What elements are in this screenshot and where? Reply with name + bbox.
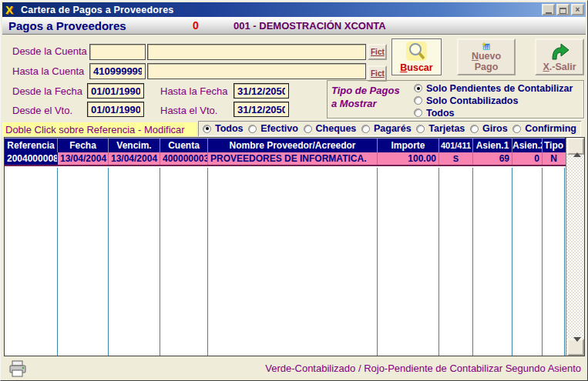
to-account-name-input[interactable] bbox=[147, 63, 366, 79]
empty-col bbox=[109, 168, 160, 356]
radio-tipo-confirming[interactable]: Confirming bbox=[512, 123, 576, 134]
table-empty-area bbox=[5, 168, 566, 356]
from-account-label: Desde la Cuenta bbox=[12, 45, 87, 57]
to-account-lookup-button[interactable]: Fict bbox=[368, 65, 387, 82]
new-payment-grid-icon bbox=[475, 42, 497, 51]
radio-icon bbox=[361, 125, 370, 133]
payment-type-panel: Todos Efectivo Cheques Pagarés Tarjetas … bbox=[198, 121, 581, 136]
radio-tipo-todos[interactable]: Todos bbox=[203, 123, 244, 134]
radio-label: Solo Pendientes de Contabilizar bbox=[426, 83, 573, 94]
scroll-up-button[interactable] bbox=[567, 138, 584, 155]
close-button[interactable]: × bbox=[571, 4, 584, 15]
empty-col bbox=[160, 168, 208, 356]
mnemonic: B bbox=[400, 62, 407, 73]
table-header-row: Referencia Fecha Vencim. Cuenta Nombre P… bbox=[5, 138, 584, 152]
radio-tipo-efectivo[interactable]: Efectivo bbox=[248, 123, 298, 134]
col-header-vencim: Vencim. bbox=[109, 138, 160, 152]
company-name: 001 - DEMOSTRACIÓN XCONTA bbox=[234, 20, 386, 32]
col-header-cuenta: Cuenta bbox=[160, 138, 208, 152]
from-account-lookup-button[interactable]: Fict bbox=[368, 44, 387, 60]
cell-referencia[interactable]: 2004000008 bbox=[5, 152, 58, 165]
empty-col bbox=[512, 168, 543, 356]
empty-col bbox=[378, 168, 439, 356]
table-row[interactable]: 2004000008 13/04/2004 13/04/2004 4000000… bbox=[5, 152, 584, 166]
radio-icon bbox=[248, 125, 257, 133]
scroll-down-button[interactable] bbox=[567, 339, 584, 356]
cell-vencim: 13/04/2004 bbox=[109, 152, 160, 165]
double-click-hint: Doble Click sobre Referencia - Modificar bbox=[2, 122, 197, 136]
radio-icon bbox=[304, 125, 312, 133]
search-button[interactable]: Buscar bbox=[391, 38, 442, 75]
new-payment-label: uevo Pago bbox=[475, 51, 501, 72]
payments-table: Referencia Fecha Vencim. Cuenta Nombre P… bbox=[4, 137, 585, 356]
arrow-up-icon bbox=[573, 141, 581, 157]
col-header-fecha: Fecha bbox=[58, 138, 109, 152]
search-label: uscar bbox=[407, 62, 432, 73]
col-header-referencia: Referencia bbox=[5, 138, 58, 152]
minimize-button[interactable] bbox=[542, 4, 555, 15]
printer-icon bbox=[8, 359, 27, 378]
from-account-name-input[interactable] bbox=[147, 44, 366, 60]
empty-col bbox=[58, 168, 109, 356]
empty-col bbox=[473, 168, 512, 356]
maximize-icon bbox=[559, 8, 566, 14]
to-date-input[interactable] bbox=[234, 83, 289, 99]
to-date-label: Hasta la Fecha bbox=[160, 85, 227, 97]
to-account-label: Hasta la Cuenta bbox=[12, 65, 84, 77]
radio-solo-pendientes[interactable]: Solo Pendientes de Contabilizar bbox=[414, 82, 573, 94]
radio-tipo-giros[interactable]: Giros bbox=[470, 123, 508, 134]
col-header-tipo: Tipo bbox=[543, 138, 565, 152]
radio-label: Todos bbox=[215, 123, 244, 134]
to-due-label: Hasta el Vto. bbox=[160, 105, 217, 116]
radio-tipo-cheques[interactable]: Cheques bbox=[304, 123, 357, 134]
col-header-asien1: Asien.1 bbox=[473, 138, 512, 152]
col-header-asien2: Asien.2 bbox=[512, 138, 543, 152]
cell-nombre: PROVEEDORES DE INFORMATICA. bbox=[208, 152, 378, 165]
arrow-down-icon bbox=[573, 337, 581, 353]
radio-icon bbox=[512, 125, 521, 133]
cell-asien2: 0 bbox=[512, 152, 543, 165]
payment-count: 0 bbox=[193, 19, 199, 32]
from-date-input[interactable] bbox=[87, 83, 144, 99]
radio-label: Efectivo bbox=[260, 123, 298, 134]
close-icon: × bbox=[576, 5, 580, 14]
radio-solo-contabilizados[interactable]: Solo Contabilizados bbox=[414, 95, 573, 106]
payment-status-group-label: Tipo de Pagos a Mostrar bbox=[331, 84, 400, 110]
print-button[interactable] bbox=[8, 359, 27, 378]
window-title: Cartera de Pagos a Proveedores bbox=[21, 5, 540, 15]
page-title: Pagos a Proveedores bbox=[8, 19, 126, 32]
cell-importe: 100.00 bbox=[378, 152, 439, 165]
radio-icon bbox=[414, 109, 422, 117]
radio-label: Giros bbox=[482, 123, 508, 134]
group-label-line2: a Mostrar bbox=[331, 97, 400, 110]
radio-label: Confirming bbox=[525, 123, 576, 134]
exit-arrow-icon bbox=[549, 42, 570, 61]
vertical-scrollbar[interactable] bbox=[566, 138, 584, 356]
new-payment-button[interactable]: Nuevo Pago bbox=[457, 38, 516, 75]
app-logo-icon: X bbox=[5, 5, 18, 15]
cell-fecha: 13/04/2004 bbox=[58, 152, 109, 165]
col-header-importe: Importe bbox=[378, 138, 439, 152]
cell-401-411: S bbox=[439, 152, 473, 165]
maximize-button[interactable] bbox=[556, 4, 570, 15]
group-label-line1: Tipo de Pagos bbox=[331, 84, 400, 97]
radio-tipo-pagares[interactable]: Pagarés bbox=[361, 123, 412, 134]
titlebar[interactable]: X Cartera de Pagos a Proveedores × bbox=[2, 2, 586, 17]
payment-status-options: Solo Pendientes de Contabilizar Solo Con… bbox=[414, 82, 573, 119]
from-due-input[interactable] bbox=[87, 102, 144, 117]
from-account-input[interactable] bbox=[89, 44, 146, 60]
to-due-input[interactable] bbox=[234, 102, 289, 117]
radio-label: Solo Contabilizados bbox=[426, 95, 518, 106]
to-account-input[interactable] bbox=[89, 63, 146, 79]
minimize-icon bbox=[546, 12, 552, 14]
from-date-label: Desde la Fecha bbox=[12, 85, 82, 97]
col-header-nombre: Nombre Proveedor/Acreedor bbox=[208, 138, 378, 152]
search-icon bbox=[405, 42, 428, 62]
radio-todos-status[interactable]: Todos bbox=[414, 107, 573, 119]
radio-label: Pagarés bbox=[374, 123, 412, 134]
exit-button[interactable]: X.-Salir bbox=[535, 38, 584, 75]
radio-icon bbox=[416, 125, 425, 133]
radio-tipo-tarjetas[interactable]: Tarjetas bbox=[416, 123, 465, 134]
app-window: X Cartera de Pagos a Proveedores × Pagos… bbox=[0, 0, 588, 381]
from-due-label: Desde el Vto. bbox=[12, 105, 72, 116]
